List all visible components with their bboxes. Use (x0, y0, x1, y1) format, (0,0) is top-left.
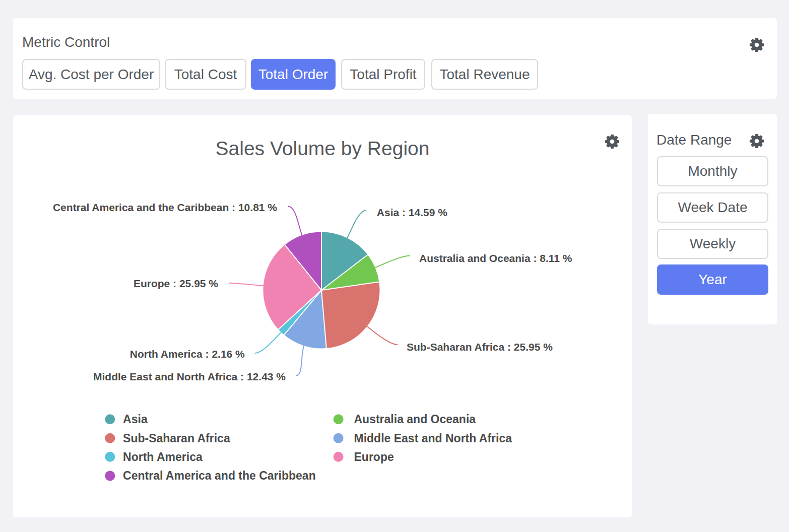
svg-text:Asia: Asia (123, 413, 148, 426)
svg-text:North America : 2.16 %: North America : 2.16 % (130, 348, 245, 360)
svg-text:Asia : 14.59 %: Asia : 14.59 % (377, 207, 447, 218)
svg-text:Europe: Europe (354, 450, 394, 463)
svg-text:Australia and Oceania: Australia and Oceania (354, 413, 476, 426)
svg-text:Sub-Saharan Africa: Sub-Saharan Africa (123, 432, 230, 445)
svg-text:Middle East and North Africa :: Middle East and North Africa : 12.43 % (93, 371, 286, 382)
svg-text:North America: North America (123, 450, 203, 463)
svg-text:Central America and the Caribb: Central America and the Caribbean : 10.8… (53, 202, 277, 213)
svg-text:Australia and Oceania : 8.11 %: Australia and Oceania : 8.11 % (419, 252, 572, 264)
svg-text:Europe : 25.95 %: Europe : 25.95 % (134, 278, 218, 289)
svg-text:Central America and the Caribb: Central America and the Caribbean (123, 469, 316, 482)
svg-text:Middle East and North Africa: Middle East and North Africa (354, 432, 512, 445)
svg-text:Sub-Saharan Africa : 25.95 %: Sub-Saharan Africa : 25.95 % (407, 341, 553, 353)
